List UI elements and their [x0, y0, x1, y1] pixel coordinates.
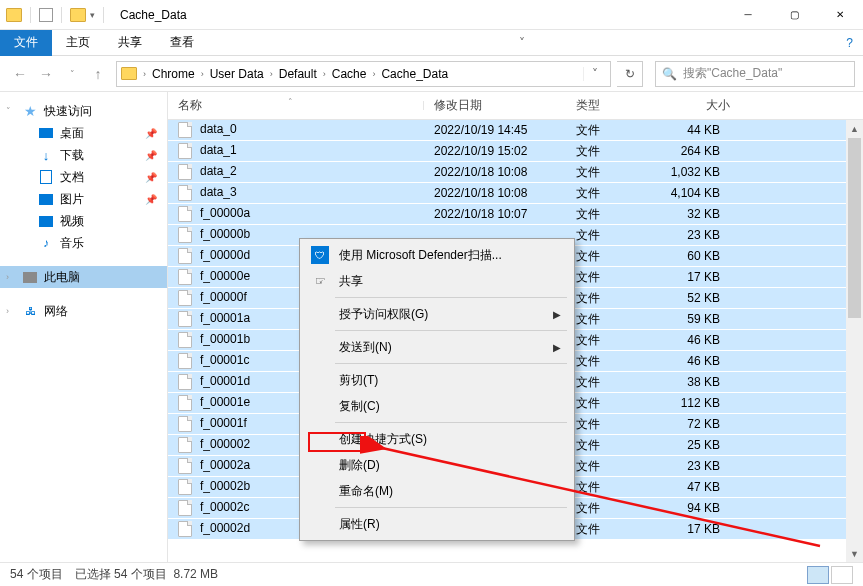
file-type: 文件	[566, 311, 644, 328]
breadcrumb[interactable]: Default	[275, 67, 321, 81]
file-name: data_0	[200, 122, 237, 136]
refresh-button[interactable]: ↻	[617, 61, 643, 87]
address-dropdown[interactable]: ˅	[583, 67, 606, 81]
ctx-defender-scan[interactable]: 🛡 使用 Microsoft Defender扫描...	[303, 242, 571, 268]
ctx-create-shortcut[interactable]: 创建快捷方式(S)	[303, 426, 571, 452]
file-size: 46 KB	[644, 333, 750, 347]
qat-icon[interactable]	[39, 8, 53, 22]
ctx-cut[interactable]: 剪切(T)	[303, 367, 571, 393]
chevron-down-icon[interactable]: ˅	[6, 106, 11, 116]
maximize-button[interactable]: ▢	[771, 0, 817, 30]
search-icon: 🔍	[662, 67, 677, 81]
chevron-right-icon[interactable]: ›	[321, 69, 328, 79]
file-size: 32 KB	[644, 207, 750, 221]
tab-file[interactable]: 文件	[0, 30, 52, 56]
scroll-down-icon[interactable]: ▼	[846, 545, 863, 562]
table-row[interactable]: data_22022/10/18 10:08文件1,032 KB	[168, 162, 863, 183]
ctx-properties[interactable]: 属性(R)	[303, 511, 571, 537]
sidebar-item-label: 快速访问	[44, 103, 92, 120]
column-size[interactable]: 大小	[644, 97, 750, 114]
chevron-right-icon[interactable]: ›	[199, 69, 206, 79]
file-name: f_00001b	[200, 332, 250, 346]
sidebar-videos[interactable]: 视频	[0, 210, 167, 232]
file-icon	[178, 521, 192, 537]
sidebar-quick-access[interactable]: ˅ ★ 快速访问	[0, 100, 167, 122]
videos-icon	[39, 216, 53, 227]
file-icon	[178, 206, 192, 222]
status-bar: 54 个项目 已选择 54 个项目 8.72 MB	[0, 562, 863, 586]
file-icon	[178, 458, 192, 474]
file-size: 1,032 KB	[644, 165, 750, 179]
recent-dropdown[interactable]: ˅	[60, 62, 84, 86]
ribbon-expand-icon[interactable]: ˅	[509, 36, 535, 50]
file-icon	[178, 437, 192, 453]
breadcrumb[interactable]: Cache_Data	[377, 67, 452, 81]
sidebar-item-label: 网络	[44, 303, 68, 320]
sidebar-this-pc[interactable]: › 此电脑	[0, 266, 167, 288]
search-input[interactable]: 🔍 搜索"Cache_Data"	[655, 61, 855, 87]
table-row[interactable]: f_00000a2022/10/18 10:07文件32 KB	[168, 204, 863, 225]
view-details-button[interactable]	[807, 566, 829, 584]
file-date: 2022/10/18 10:08	[424, 165, 566, 179]
back-button[interactable]: ←	[8, 62, 32, 86]
minimize-button[interactable]: ─	[725, 0, 771, 30]
tab-view[interactable]: 查看	[156, 30, 208, 56]
sidebar-downloads[interactable]: ↓ 下载 📌	[0, 144, 167, 166]
file-name: f_00002d	[200, 521, 250, 535]
table-row[interactable]: data_12022/10/19 15:02文件264 KB	[168, 141, 863, 162]
up-button[interactable]: ↑	[86, 62, 110, 86]
ctx-grant-access[interactable]: 授予访问权限(G) ▶	[303, 301, 571, 327]
forward-button[interactable]: →	[34, 62, 58, 86]
sidebar-item-label: 下载	[60, 147, 84, 164]
file-size: 38 KB	[644, 375, 750, 389]
file-type: 文件	[566, 416, 644, 433]
breadcrumb[interactable]: User Data	[206, 67, 268, 81]
help-icon[interactable]: ?	[836, 36, 863, 50]
breadcrumb[interactable]: Chrome	[148, 67, 199, 81]
sidebar-music[interactable]: ♪ 音乐	[0, 232, 167, 254]
chevron-right-icon[interactable]: ›	[141, 69, 148, 79]
file-name: data_1	[200, 143, 237, 157]
view-large-button[interactable]	[831, 566, 853, 584]
chevron-right-icon[interactable]: ›	[370, 69, 377, 79]
chevron-right-icon[interactable]: ›	[6, 306, 9, 316]
sidebar-network[interactable]: › 🖧 网络	[0, 300, 167, 322]
ctx-delete[interactable]: 删除(D)	[303, 452, 571, 478]
address-bar[interactable]: › Chrome › User Data › Default › Cache ›…	[116, 61, 611, 87]
tab-home[interactable]: 主页	[52, 30, 104, 56]
context-menu: 🛡 使用 Microsoft Defender扫描... ☞ 共享 授予访问权限…	[299, 238, 575, 541]
column-type[interactable]: 类型	[566, 97, 644, 114]
close-button[interactable]: ✕	[817, 0, 863, 30]
tab-share[interactable]: 共享	[104, 30, 156, 56]
chevron-down-icon[interactable]: ▾	[90, 10, 95, 20]
file-icon	[178, 311, 192, 327]
sidebar-documents[interactable]: 文档 📌	[0, 166, 167, 188]
sidebar-item-label: 文档	[60, 169, 84, 186]
network-icon: 🖧	[22, 304, 38, 318]
ctx-share[interactable]: ☞ 共享	[303, 268, 571, 294]
column-name[interactable]: 名称˄	[168, 97, 424, 114]
ctx-rename[interactable]: 重命名(M)	[303, 478, 571, 504]
file-name: f_000002	[200, 437, 250, 451]
scroll-up-icon[interactable]: ▲	[846, 120, 863, 137]
file-icon	[178, 500, 192, 516]
sidebar-desktop[interactable]: 桌面 📌	[0, 122, 167, 144]
file-name: data_2	[200, 164, 237, 178]
table-row[interactable]: data_02022/10/19 14:45文件44 KB	[168, 120, 863, 141]
table-row[interactable]: data_32022/10/18 10:08文件4,104 KB	[168, 183, 863, 204]
file-name: f_00002b	[200, 479, 250, 493]
ctx-send-to[interactable]: 发送到(N) ▶	[303, 334, 571, 360]
file-size: 52 KB	[644, 291, 750, 305]
pictures-icon	[39, 194, 53, 205]
ctx-copy[interactable]: 复制(C)	[303, 393, 571, 419]
scroll-thumb[interactable]	[848, 138, 861, 318]
file-type: 文件	[566, 227, 644, 244]
vertical-scrollbar[interactable]: ▲ ▼	[846, 120, 863, 562]
file-size: 23 KB	[644, 459, 750, 473]
breadcrumb[interactable]: Cache	[328, 67, 371, 81]
sidebar-pictures[interactable]: 图片 📌	[0, 188, 167, 210]
file-name: f_00000a	[200, 206, 250, 220]
chevron-right-icon[interactable]: ›	[6, 272, 9, 282]
chevron-right-icon[interactable]: ›	[268, 69, 275, 79]
column-date[interactable]: 修改日期	[424, 97, 566, 114]
